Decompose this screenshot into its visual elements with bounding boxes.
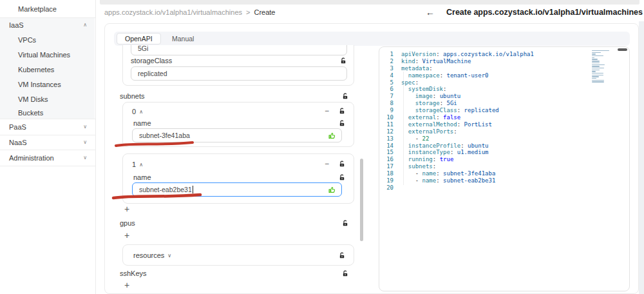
unlock-icon[interactable]: [339, 161, 346, 168]
subnet-item-1-header[interactable]: 1 ∧: [132, 161, 143, 168]
code-token: name: [422, 170, 437, 177]
minimap-line: [592, 81, 604, 82]
minimap-line: [592, 59, 598, 59]
storage-input[interactable]: 5Gi: [131, 45, 347, 55]
subnet-1-name-input[interactable]: subnet-eab2be31: [132, 182, 342, 197]
chevron-down-icon: ∨: [83, 139, 87, 145]
sidebar-item-administration[interactable]: Administration ∨: [0, 150, 95, 166]
subnets-label: subnets: [120, 92, 145, 100]
divider: [0, 166, 95, 166]
code-token: [401, 93, 415, 100]
code-token: name: [422, 177, 437, 184]
code-token: :: [440, 100, 447, 107]
sidebar-item-label: Kubernetes: [18, 66, 54, 74]
chevron-down-icon: ∨: [83, 124, 87, 130]
collapse-icon: ∧: [139, 109, 143, 115]
tab-manual[interactable]: Manual: [163, 32, 203, 46]
page-title: Create apps.cozystack.io/v1alpha1/virtua…: [446, 8, 643, 17]
unlock-icon[interactable]: [342, 220, 349, 227]
add-subnet-button[interactable]: +: [124, 204, 129, 213]
name-label: name: [133, 119, 151, 127]
remove-item-button[interactable]: −: [325, 107, 329, 115]
minimap-line: [592, 76, 599, 77]
line-number: 7: [379, 93, 401, 100]
line-number: 19: [379, 177, 401, 184]
code-line: 20: [379, 184, 629, 191]
code-token: apiVersion: [401, 51, 436, 58]
code-line: 13 - 22: [379, 135, 629, 142]
subnet-item-0-header[interactable]: 0 ∧: [132, 108, 143, 115]
sidebar-item-kubernetes[interactable]: Kubernetes: [0, 62, 95, 77]
unlock-icon[interactable]: [339, 174, 346, 181]
editor-scrollbar-thumb[interactable]: [618, 48, 627, 51]
line-number: 8: [379, 100, 401, 107]
sidebar-item-vm-disks[interactable]: VM Disks: [0, 92, 95, 106]
sidebar-item-buckets[interactable]: Buckets: [0, 106, 95, 119]
resources-header[interactable]: resources ∨: [133, 251, 171, 259]
item-index: 0: [132, 108, 136, 115]
add-sshkey-button[interactable]: +: [124, 280, 129, 289]
code-line: 6 systemDisk:: [379, 86, 629, 93]
item-controls: −: [325, 160, 346, 168]
code-line: 7 image: ubuntu: [379, 93, 629, 100]
code-token: :: [460, 142, 468, 150]
sidebar-item-label: PaaS: [9, 123, 26, 131]
back-arrow-icon[interactable]: ←: [426, 7, 435, 17]
unlock-icon[interactable]: [340, 57, 347, 64]
sidebar-item-label: IaaS: [9, 21, 24, 29]
code-token: [401, 72, 408, 79]
minimap-line: [592, 68, 604, 68]
code-token: :: [443, 86, 446, 93]
code-token: :: [436, 114, 443, 121]
sidebar-item-vm-instances[interactable]: VM Instances: [0, 77, 95, 92]
code-line: 15 instanceType: u1.medium: [379, 149, 629, 156]
thumbs-up-icon[interactable]: [328, 132, 336, 140]
code-token: subnets: [408, 163, 433, 170]
sidebar-item-marketplace[interactable]: Marketplace: [0, 0, 95, 17]
tab-label: Manual: [172, 35, 194, 43]
code-line: 16 running: true: [379, 156, 629, 163]
minimap-line: [592, 52, 601, 53]
unlock-icon[interactable]: [342, 270, 349, 277]
unlock-icon[interactable]: [339, 108, 346, 115]
subnet-0-name-input[interactable]: subnet-3fe41aba: [132, 128, 342, 142]
storage-class-input[interactable]: replicated: [131, 66, 347, 81]
sidebar-item-iaas[interactable]: IaaS ∧: [0, 17, 95, 32]
line-number: 2: [379, 58, 401, 65]
storage-value: 5Gi: [138, 45, 148, 52]
tab-openapi[interactable]: OpenAPI: [117, 33, 161, 44]
sidebar-item-label: Marketplace: [18, 5, 57, 13]
yaml-editor[interactable]: 1apiVersion: apps.cozystack.io/v1alpha12…: [379, 46, 630, 291]
collapse-icon: ∧: [139, 162, 143, 168]
minimap-line: [592, 50, 609, 51]
sidebar-item-paas[interactable]: PaaS ∨: [0, 119, 95, 135]
resources-label: resources: [133, 251, 164, 259]
sidebar-item-virtual-machines[interactable]: Virtual Machines: [0, 47, 95, 62]
add-gpu-button[interactable]: +: [124, 231, 129, 240]
unlock-icon[interactable]: [339, 252, 346, 259]
unlock-icon[interactable]: [339, 120, 346, 127]
code-token: [401, 128, 408, 135]
minimap-line: [592, 78, 596, 79]
page-background-strip: [639, 21, 644, 294]
unlock-icon[interactable]: [342, 93, 349, 100]
line-number: 13: [379, 135, 401, 142]
remove-item-button[interactable]: −: [325, 160, 329, 168]
resources-card[interactable]: resources ∨: [122, 244, 354, 266]
code-token: PortList: [464, 121, 492, 128]
line-number: 10: [379, 114, 401, 121]
gpus-label-row: gpus: [120, 219, 349, 227]
minimap-line: [592, 54, 596, 54]
form-scrollbar-thumb[interactable]: [360, 159, 363, 241]
thumbs-up-icon[interactable]: [328, 186, 336, 194]
subnet-0-name-value: subnet-3fe41aba: [139, 132, 190, 139]
sidebar-item-naas[interactable]: NaaS ∨: [0, 135, 95, 150]
breadcrumb-path[interactable]: apps.cozystack.io/v1alpha1/virtualmachin…: [104, 8, 242, 16]
item-controls: [339, 252, 346, 259]
editor-minimap[interactable]: [592, 50, 612, 85]
storage-class-label: storageClass: [131, 57, 172, 64]
sidebar-item-label: Virtual Machines: [18, 51, 70, 59]
form-scroll-area[interactable]: 5Gi storageClass replicated subnets 0: [104, 45, 362, 294]
code-line: 11 externalMethod: PortList: [379, 121, 629, 128]
sidebar-item-vpcs[interactable]: VPCs: [0, 32, 95, 47]
